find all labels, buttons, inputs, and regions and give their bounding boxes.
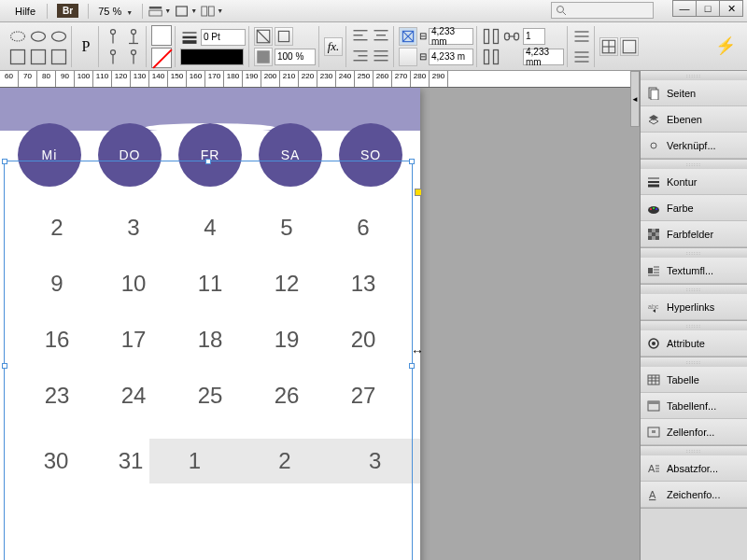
columns-input[interactable]: 1 — [523, 28, 545, 45]
stroke-icon — [646, 175, 661, 189]
anchor-left-icon[interactable] — [104, 48, 122, 66]
table-icon — [646, 372, 661, 387]
panel-table[interactable]: Tabelle — [641, 367, 747, 393]
wrap-contour-icon[interactable] — [29, 48, 48, 66]
anchor-right-icon[interactable] — [124, 48, 143, 66]
wrap-jump-icon[interactable] — [49, 48, 68, 66]
panel-pages[interactable]: Seiten — [641, 80, 747, 106]
right-panel-dock: Seiten Ebenen Verknüpf... Kontur Farbe F… — [640, 71, 747, 560]
zoom-level[interactable]: 75 % ▼ — [98, 6, 133, 17]
ruler-tick: 140 — [149, 71, 168, 87]
align-left-icon[interactable] — [351, 27, 370, 46]
minimize-button[interactable]: — — [672, 0, 697, 17]
panel-links[interactable]: Verknüpf... — [641, 133, 747, 159]
align-right-icon[interactable] — [351, 48, 370, 66]
view-options-icon[interactable]: ▼ — [148, 2, 171, 21]
panel-table-styles[interactable]: Tabellenf... — [641, 393, 747, 419]
paragraph-icon[interactable]: P — [77, 37, 95, 56]
panel-grip[interactable] — [641, 71, 747, 80]
calendar-cell: 30 — [28, 448, 84, 474]
panel-grip[interactable] — [641, 357, 747, 367]
stroke-swatch[interactable] — [151, 48, 172, 68]
svg-point-83 — [652, 342, 655, 345]
calendar-row: 2324252627 — [19, 383, 402, 409]
panel-paragraph-styles[interactable]: AAbsatzfor... — [641, 455, 747, 482]
calendar-cell: 25 — [182, 383, 238, 409]
panel-attributes[interactable]: Attribute — [641, 330, 747, 357]
screen-mode-icon[interactable]: ▼ — [175, 2, 197, 21]
ellipse-alt-icon[interactable] — [49, 27, 68, 46]
panel-grip[interactable] — [641, 285, 747, 294]
arrange-icon[interactable]: ▼ — [201, 2, 223, 21]
options1-icon[interactable] — [572, 27, 591, 46]
panel-layers[interactable]: Ebenen — [641, 106, 747, 133]
frame-grid-icon[interactable] — [599, 37, 618, 56]
quick-apply-icon[interactable]: ⚡ — [715, 35, 736, 56]
ellipse-dotted-icon[interactable] — [8, 27, 27, 46]
calendar-cell: 23 — [29, 383, 85, 409]
maximize-button[interactable]: □ — [696, 0, 720, 17]
constrain2-icon[interactable] — [399, 48, 417, 66]
fill-frame-icon[interactable] — [254, 48, 273, 66]
svg-text:abc: abc — [648, 303, 659, 310]
link-icon[interactable] — [502, 27, 521, 46]
fill-swatch[interactable] — [151, 25, 172, 46]
anchor-bottom-icon[interactable] — [124, 27, 143, 46]
anchor-toggle-icon[interactable] — [104, 27, 122, 46]
calendar-cell: 3 — [336, 448, 415, 474]
document-page[interactable]: MiDOFRSASO 23456910111213161718192023242… — [0, 88, 420, 560]
color-icon — [646, 201, 661, 216]
bridge-button[interactable]: Br — [57, 4, 78, 18]
options2-icon[interactable] — [572, 48, 591, 66]
panel-grip[interactable] — [641, 248, 747, 258]
close-button[interactable]: ✕ — [719, 0, 743, 17]
constrain-icon[interactable] — [399, 27, 417, 46]
calendar-cell: 2 — [246, 448, 324, 474]
svg-rect-68 — [652, 229, 655, 232]
search-icon — [556, 5, 567, 16]
align-justify-icon[interactable] — [372, 48, 390, 66]
opacity-input[interactable]: 100 % — [275, 49, 316, 65]
ruler-tick: 170 — [205, 71, 224, 87]
panel-cell-styles[interactable]: Zellenfor... — [641, 419, 747, 445]
height-input[interactable]: 4,233 m — [429, 49, 473, 65]
frame-options-icon[interactable] — [620, 37, 639, 56]
calendar-cell: 18 — [182, 327, 238, 353]
width-input[interactable]: 4,233 mm — [429, 28, 473, 45]
fit-frame-icon[interactable] — [275, 27, 293, 46]
canvas-area[interactable]: MiDOFRSASO 23456910111213161718192023242… — [0, 88, 640, 560]
textwrap-icon — [646, 263, 661, 278]
calendar-cell: 27 — [335, 383, 391, 409]
ruler-tick: 80 — [37, 71, 56, 87]
panel-grip[interactable] — [641, 446, 747, 455]
panel-grip[interactable] — [641, 160, 747, 169]
panel-character-styles[interactable]: AZeichenfo... — [641, 482, 747, 508]
wrap-square-icon[interactable] — [8, 48, 27, 66]
calendar-cell: 20 — [335, 327, 391, 353]
panel-collapse-button[interactable]: ◄ — [630, 71, 640, 127]
gutter-input[interactable]: 4,233 mm — [523, 49, 564, 65]
panel-textwrap[interactable]: Textumfl... — [641, 258, 747, 284]
align-center-icon[interactable] — [372, 27, 390, 46]
ruler-tick: 290 — [430, 71, 448, 87]
svg-point-15 — [132, 29, 136, 34]
panel-grip[interactable] — [641, 321, 747, 330]
height-label: ⊟ — [419, 51, 427, 62]
menu-help[interactable]: Hilfe — [7, 4, 43, 19]
thread-out-port[interactable] — [415, 189, 422, 196]
svg-line-6 — [563, 12, 566, 15]
fx-button[interactable]: fx. — [324, 37, 343, 56]
day-circle: DO — [98, 123, 162, 187]
panel-color[interactable]: Farbe — [641, 195, 747, 221]
ellipse-icon[interactable] — [29, 27, 48, 46]
calendar-cell: 6 — [335, 215, 391, 241]
panel-swatches[interactable]: Farbfelder — [641, 221, 747, 247]
stroke-weight-input[interactable]: 0 Pt — [201, 29, 246, 46]
search-input[interactable] — [551, 2, 654, 19]
svg-rect-27 — [278, 31, 289, 41]
auto-fit-icon[interactable] — [254, 27, 273, 46]
link2-icon[interactable] — [502, 48, 521, 66]
panel-stroke[interactable]: Kontur — [641, 169, 747, 195]
stroke-style-input[interactable] — [180, 49, 244, 65]
panel-hyperlinks[interactable]: abcHyperlinks — [641, 294, 747, 320]
